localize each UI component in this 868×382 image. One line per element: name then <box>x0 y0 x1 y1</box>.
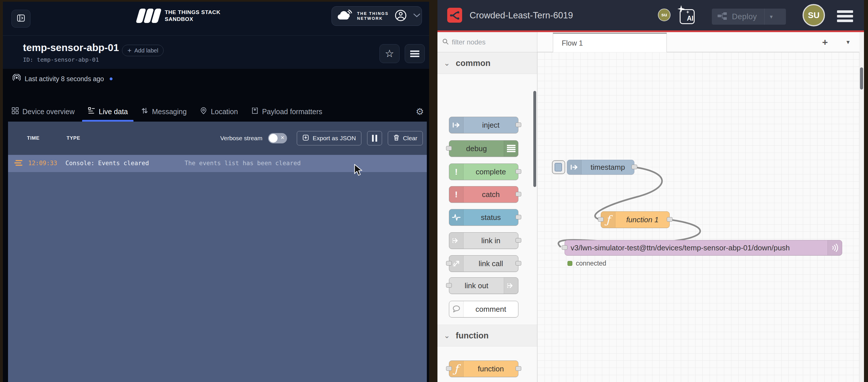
section-label: common <box>456 59 491 68</box>
export-json-label: Export as JSON <box>313 135 356 142</box>
ai-assistant-button[interactable]: AI <box>679 6 696 24</box>
payload-box-icon <box>251 107 259 116</box>
palette-node-complete[interactable]: ! complete <box>449 164 518 180</box>
palette-node-function[interactable]: ƒ function <box>449 360 518 377</box>
input-port[interactable] <box>446 146 452 150</box>
flow-list-caret-icon[interactable]: ▾ <box>846 38 849 46</box>
output-port[interactable] <box>667 217 673 222</box>
tab-label: Device overview <box>22 108 74 116</box>
canvas-node-mqtt-out[interactable]: v3/lwn-simulator-test@ttn/devices/temp-s… <box>565 240 842 255</box>
app-logo-icon <box>447 8 462 23</box>
account-line-1: THE THINGS <box>357 11 389 16</box>
export-json-button[interactable]: Export as JSON <box>297 131 361 145</box>
chevron-down-icon <box>413 13 420 19</box>
hamburger-icon <box>410 49 420 58</box>
palette-section-common[interactable]: ⌄ common <box>437 52 537 74</box>
device-menu-button[interactable] <box>405 44 425 63</box>
event-row[interactable]: 12:09:33 Console: Events cleared The eve… <box>8 155 427 172</box>
tab-flow-1[interactable]: Flow 1 <box>553 33 667 52</box>
deploy-caret-icon[interactable]: ▾ <box>765 13 778 20</box>
palette-node-link-call[interactable]: link call <box>449 255 518 272</box>
node-label: link in <box>464 233 518 249</box>
grid-icon <box>11 107 19 116</box>
add-flow-button[interactable]: + <box>822 37 828 48</box>
tab-label: Payload formatters <box>262 108 322 116</box>
palette-node-comment[interactable]: comment <box>449 301 518 317</box>
bookmark-button[interactable]: ☆ <box>379 44 400 63</box>
filter-nodes-input[interactable] <box>452 38 524 46</box>
input-port[interactable] <box>562 245 567 250</box>
arrows-up-down-icon <box>141 107 148 116</box>
node-label: status <box>464 209 518 225</box>
clear-label: Clear <box>403 135 417 142</box>
activity-ripple-icon <box>12 74 21 84</box>
palette-node-link-out[interactable]: link out <box>449 277 518 294</box>
output-port[interactable] <box>631 165 637 169</box>
mouse-cursor <box>353 164 363 178</box>
flow-canvas[interactable]: timestamp ƒ function 1 v3/lwn-simulator-… <box>537 52 859 382</box>
speech-bubble-icon <box>449 301 464 317</box>
sidebar-toggle-button[interactable] <box>11 10 30 28</box>
settings-gear-icon[interactable]: ⚙ <box>415 106 424 117</box>
canvas-node-function-1[interactable]: ƒ function 1 <box>601 211 670 228</box>
toggle-x-icon: ✕ <box>280 135 284 141</box>
input-port[interactable] <box>446 261 452 266</box>
chevron-down-icon: ⌄ <box>444 59 450 68</box>
canvas-scrollbar-thumb[interactable] <box>860 67 863 90</box>
exclamation-icon: ! <box>449 186 464 203</box>
input-port[interactable] <box>598 217 603 222</box>
inject-trigger-button[interactable] <box>552 160 565 174</box>
output-port[interactable] <box>516 192 521 197</box>
palette-section-function[interactable]: ⌄ function <box>437 325 537 346</box>
output-port[interactable] <box>516 215 521 219</box>
clear-events-button[interactable]: Clear <box>388 131 423 145</box>
event-time: 12:09:33 <box>28 160 57 167</box>
canvas-node-timestamp[interactable]: timestamp <box>567 160 634 175</box>
output-port[interactable] <box>516 261 521 266</box>
tab-label: Live data <box>99 108 128 116</box>
user-avatar[interactable]: SU <box>803 4 825 26</box>
output-port[interactable] <box>516 238 521 243</box>
account-menu-button[interactable]: THE THINGS NETWORK <box>332 6 422 26</box>
input-port[interactable] <box>446 283 452 288</box>
input-port[interactable] <box>446 366 452 371</box>
tab-payload-formatters[interactable]: Payload formatters <box>251 102 322 121</box>
main-menu-button[interactable] <box>837 10 853 24</box>
last-activity-text: Last activity 8 seconds ago <box>25 75 104 83</box>
device-id: ID: temp-sensor-abp-01 <box>23 56 99 63</box>
output-port[interactable] <box>516 169 521 174</box>
pause-stream-button[interactable] <box>367 131 382 145</box>
event-list-body <box>8 172 427 382</box>
node-label: function 1 <box>615 212 670 228</box>
palette-search[interactable] <box>437 32 537 52</box>
list-icon <box>88 107 95 116</box>
palette-node-debug[interactable]: debug <box>449 140 518 157</box>
palette-node-status[interactable]: status <box>449 209 518 226</box>
output-port[interactable] <box>516 123 521 127</box>
nodered-window: Crowded-Least-Tern-6019 su AI Deploy ▾ S <box>437 0 864 382</box>
palette-node-link-in[interactable]: link in <box>449 232 518 249</box>
deploy-label: Deploy <box>732 12 757 21</box>
palette-scrollbar[interactable] <box>533 91 536 187</box>
tab-label: Messaging <box>152 108 187 116</box>
tab-device-overview[interactable]: Device overview <box>11 102 74 121</box>
output-port[interactable] <box>516 366 521 371</box>
logo-shapes-icon <box>138 9 160 23</box>
trash-icon <box>393 134 400 142</box>
palette-node-inject[interactable]: inject <box>449 117 518 133</box>
things-stack-window: THE THINGS STACK SANDBOX THE THINGS NETW… <box>3 2 429 382</box>
tab-location[interactable]: Location <box>200 102 238 121</box>
deploy-button[interactable]: Deploy ▾ <box>712 9 786 25</box>
tab-live-data[interactable]: Live data <box>88 102 128 121</box>
column-header-time: TIME <box>27 135 40 141</box>
add-label-button[interactable]: + Add label <box>122 45 164 56</box>
link-arrow-icon <box>504 278 518 294</box>
node-label: function <box>464 361 518 377</box>
node-label: link out <box>449 278 504 294</box>
palette-node-catch[interactable]: ! catch <box>449 186 518 203</box>
user-badge-small[interactable]: su <box>658 9 671 21</box>
event-stream-icon <box>16 160 23 167</box>
canvas-scrollbar-track[interactable] <box>859 52 864 382</box>
verbose-stream-toggle[interactable]: ✕ <box>268 133 287 143</box>
tab-messaging[interactable]: Messaging <box>141 102 187 121</box>
